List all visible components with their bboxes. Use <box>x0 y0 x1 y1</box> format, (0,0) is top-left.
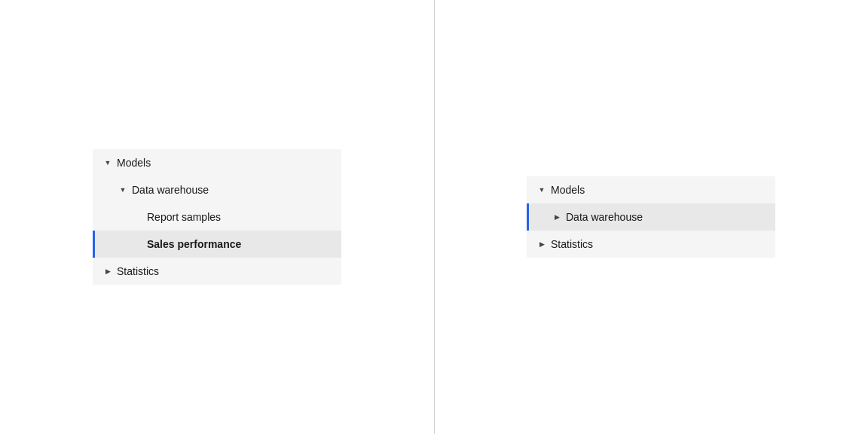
right-tree-item-data-warehouse: Data warehouse <box>527 203 775 231</box>
active-bar <box>527 203 529 231</box>
chevron-down-icon <box>536 184 548 196</box>
left-row-report-samples[interactable]: Report samples <box>93 203 341 231</box>
right-tree: Models Data warehouse Statistics <box>527 176 775 258</box>
chevron-right-icon <box>536 238 548 250</box>
left-statistics-label: Statistics <box>117 265 159 277</box>
left-row-data-warehouse[interactable]: Data warehouse <box>93 176 341 203</box>
right-statistics-label: Statistics <box>551 238 593 250</box>
right-models-label: Models <box>551 184 585 196</box>
panel-divider <box>434 0 435 434</box>
right-row-statistics[interactable]: Statistics <box>527 231 775 258</box>
left-row-sales-performance[interactable]: Sales performance <box>93 231 341 258</box>
right-tree-item-models: Models <box>527 176 775 203</box>
left-tree-item-data-warehouse: Data warehouse <box>93 176 341 203</box>
left-row-models[interactable]: Models <box>93 149 341 176</box>
right-data-warehouse-label: Data warehouse <box>566 211 643 223</box>
left-panel: Models Data warehouse Report samples <box>93 149 341 285</box>
right-panel: Models Data warehouse Statistics <box>527 176 775 258</box>
left-tree: Models Data warehouse Report samples <box>93 149 341 285</box>
active-bar <box>93 231 95 258</box>
chevron-right-icon <box>102 265 114 277</box>
right-row-data-warehouse[interactable]: Data warehouse <box>527 203 775 231</box>
left-tree-item-models: Models <box>93 149 341 176</box>
left-report-samples-label: Report samples <box>147 211 221 223</box>
left-models-label: Models <box>117 157 151 169</box>
right-tree-item-statistics: Statistics <box>527 231 775 258</box>
chevron-right-icon <box>551 211 563 223</box>
chevron-down-icon <box>102 157 114 169</box>
left-tree-item-sales-performance: Sales performance <box>93 231 341 258</box>
chevron-down-icon <box>117 184 129 196</box>
left-tree-item-report-samples: Report samples <box>93 203 341 231</box>
left-sales-performance-label: Sales performance <box>147 238 241 250</box>
left-tree-item-statistics: Statistics <box>93 258 341 285</box>
left-row-statistics[interactable]: Statistics <box>93 258 341 285</box>
left-data-warehouse-label: Data warehouse <box>132 184 209 196</box>
right-row-models[interactable]: Models <box>527 176 775 203</box>
